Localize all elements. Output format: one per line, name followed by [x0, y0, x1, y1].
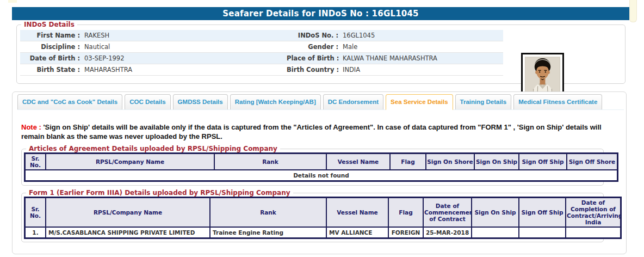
note-prefix: Note :: [21, 123, 41, 131]
table-header-row: Sr. No. RPSL/Company Name Rank Vessel Na…: [25, 198, 621, 228]
indos-row: First Name : RAKESH INDoS No. : 16GL1045: [20, 30, 503, 41]
form1-details-table: Sr. No. RPSL/Company Name Rank Vessel Na…: [24, 197, 622, 239]
form1-details-legend: Form 1 (Earlier Form IIIA) Details uploa…: [26, 189, 293, 197]
column-header-vessel-name: Vessel Name: [326, 154, 390, 170]
indos-row: Discipline : Nautical Gender : Male: [20, 41, 503, 53]
field-value: Male: [338, 41, 503, 52]
note-text: 'Sign on Ship' details will be available…: [21, 123, 602, 140]
articles-of-agreement-table: Sr. No. RPSL/Company Name Rank Vessel Na…: [24, 152, 618, 182]
articles-of-agreement-legend: Articles of Agreement Details uploaded b…: [26, 145, 280, 152]
field-value: Nautical: [80, 41, 287, 52]
field-value: RAKESH: [80, 30, 287, 41]
details-not-found-message: Details not found: [25, 170, 618, 181]
field-label: Discipline :: [20, 41, 80, 52]
tab-gmdss-details[interactable]: GMDSS Details: [173, 94, 228, 109]
cell-sr-no: 1.: [25, 227, 46, 238]
field-label: Gender :: [287, 41, 338, 52]
articles-of-agreement-fieldset: Articles of Agreement Details uploaded b…: [21, 149, 604, 186]
indos-row: Birth State : MAHARASHTRA Birth Country …: [20, 64, 503, 76]
column-header-date-of-commencement: Date of Commencement of Contract: [423, 198, 472, 228]
indos-details-grid: First Name : RAKESH INDoS No. : 16GL1045…: [20, 30, 503, 76]
field-label: Birth State :: [20, 64, 80, 75]
tab-dc-endorsement[interactable]: DC Endorsement: [323, 94, 383, 109]
field-value: 16GL1045: [338, 30, 503, 41]
tab-rating-watch-keeping[interactable]: Rating [Watch Keeping/AB]: [230, 94, 321, 109]
column-header-rank: Rank: [214, 154, 326, 170]
field-value: INDIA: [338, 64, 503, 75]
column-header-sign-on-ship: Sign On Ship: [474, 154, 519, 170]
menu-fragment-left: [8, 0, 17, 3]
empty-result-row: Details not found: [25, 170, 618, 181]
sea-service-tab-panel: CDC and "CoC as Cook" Details COC Detail…: [12, 91, 627, 254]
column-header-vessel-name: Vessel Name: [326, 198, 388, 228]
tab-training-details[interactable]: Training Details: [455, 94, 512, 109]
field-label: First Name :: [20, 30, 80, 41]
column-header-sign-on-ship: Sign On Ship: [472, 198, 519, 228]
column-header-sign-off-ship: Sign Off Ship: [519, 154, 567, 170]
table-header-row: Sr. No. RPSL/Company Name Rank Vessel Na…: [25, 154, 618, 170]
tab-coc-details[interactable]: COC Details: [125, 94, 170, 109]
field-label: INDoS No. :: [287, 30, 338, 41]
field-value: 03-SEP-1992: [80, 53, 287, 64]
page-title-bar: Seafarer Details for INDoS No : 16GL1045: [12, 7, 629, 20]
table-row: 1. M/S.CASABLANCA SHIPPING PRIVATE LIMIT…: [25, 227, 621, 238]
cell-vessel-name: MV ALLIANCE: [326, 227, 388, 238]
cell-date-of-completion: [566, 227, 621, 238]
column-header-date-of-completion: Date of Completion of Contract/Arriving …: [566, 198, 621, 228]
cell-rpsl-company: M/S.CASABLANCA SHIPPING PRIVATE LIMITED: [46, 227, 210, 238]
tab-medical-fitness-certificate[interactable]: Medical Fitness Certificate: [513, 94, 602, 109]
form1-details-fieldset: Form 1 (Earlier Form IIIA) Details uploa…: [21, 193, 604, 242]
menu-fragment-right: [629, 0, 637, 22]
field-value: MAHARASHTRA: [80, 64, 287, 75]
column-header-sign-off-shore: Sign Off Shore: [567, 154, 618, 170]
cell-sign-off-ship: [519, 227, 566, 238]
indos-details-fieldset: INDoS Details First Name : RAKESH INDoS …: [16, 25, 626, 84]
column-header-sign-off-ship: Sign Off Ship: [519, 198, 566, 228]
column-header-sr-no: Sr. No.: [25, 154, 46, 170]
column-header-sr-no: Sr. No.: [25, 198, 46, 228]
field-label: Place of Birth :: [287, 53, 338, 64]
column-header-flag: Flag: [388, 198, 423, 228]
seafarer-details-page: Seafarer Details for INDoS No : 16GL1045…: [0, 0, 644, 257]
field-value: KALWA THANE MAHARASHTRA: [338, 53, 503, 64]
field-label: Date of Birth :: [20, 53, 80, 64]
column-header-rank: Rank: [210, 198, 326, 228]
cell-flag: FOREIGN: [388, 227, 423, 238]
page-title: Seafarer Details for INDoS No : 16GL1045: [222, 9, 418, 19]
column-header-sign-on-shore: Sign On Shore: [426, 154, 474, 170]
sign-on-ship-note: Note : 'Sign on Ship' details will be av…: [21, 123, 617, 142]
column-header-flag: Flag: [390, 154, 426, 170]
cell-date-of-commencement: 25-MAR-2018: [423, 227, 472, 238]
field-label: Birth Country :: [287, 64, 338, 75]
indos-row: Date of Birth : 03-SEP-1992 Place of Bir…: [20, 53, 503, 64]
indos-details-legend: INDoS Details: [21, 21, 77, 28]
detail-tabs: CDC and "CoC as Cook" Details COC Detail…: [17, 94, 624, 110]
tab-cdc-coc-as-cook[interactable]: CDC and "CoC as Cook" Details: [17, 94, 122, 109]
cell-rank: Trainee Engine Rating: [210, 227, 326, 238]
cell-sign-on-ship: [472, 227, 519, 238]
column-header-rpsl-company: RPSL/Company Name: [46, 154, 214, 170]
tab-sea-service-details[interactable]: Sea Service Details: [386, 94, 453, 110]
column-header-rpsl-company: RPSL/Company Name: [46, 198, 210, 228]
